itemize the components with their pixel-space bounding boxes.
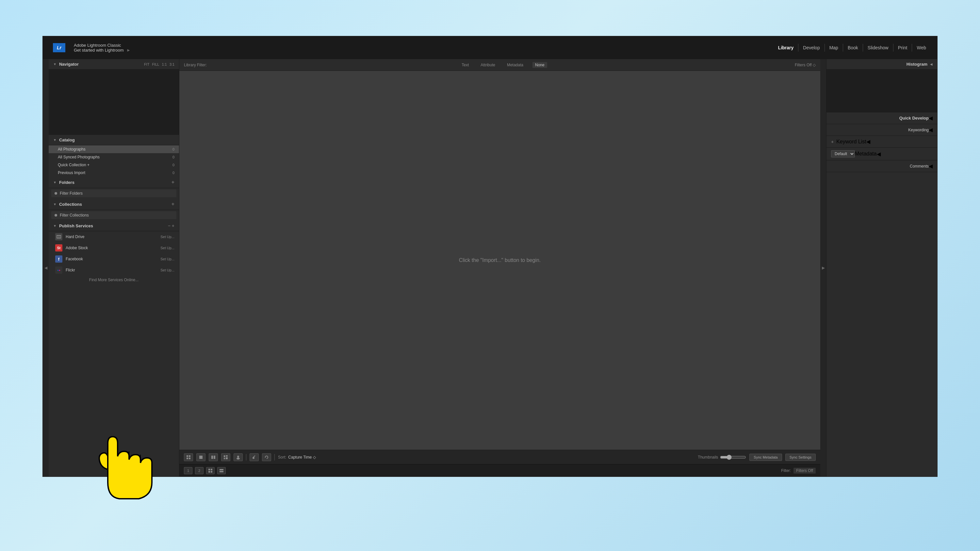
folders-add-button[interactable]: + bbox=[172, 179, 175, 185]
compare-view-button[interactable] bbox=[209, 453, 218, 461]
survey-view-button[interactable] bbox=[221, 453, 230, 461]
all-photographs-count: 0 bbox=[172, 147, 175, 151]
collections-section: ▼ Collections + Filter Collections bbox=[49, 198, 179, 221]
catalog-all-synced[interactable]: All Synced Photographs 0 bbox=[49, 153, 179, 161]
facebook-setup[interactable]: Set Up... bbox=[161, 257, 175, 261]
left-panel-collapse[interactable]: ◀ bbox=[43, 59, 49, 476]
keywording-header[interactable]: Keywording ◀ bbox=[826, 124, 937, 136]
top-bar: Lr Adobe Lightroom Classic Get started w… bbox=[43, 36, 937, 59]
catalog-header[interactable]: ▼ Catalog bbox=[49, 135, 179, 145]
filter-none[interactable]: None bbox=[533, 62, 547, 68]
svg-rect-5 bbox=[189, 457, 191, 459]
lr-logo-box: Lr bbox=[53, 43, 65, 52]
catalog-label: Catalog bbox=[59, 138, 175, 142]
nav-slideshow[interactable]: Slideshow bbox=[863, 44, 893, 52]
strip-btn-1[interactable]: 1 bbox=[184, 467, 192, 474]
nav-1-1[interactable]: 1:1 bbox=[162, 62, 167, 66]
collections-header[interactable]: ▼ Collections + bbox=[49, 198, 179, 210]
publish-triangle: ▼ bbox=[53, 224, 57, 228]
metadata-preset-select[interactable]: Default bbox=[831, 150, 855, 157]
navigator-label: Navigator bbox=[59, 62, 144, 67]
catalog-quick-collection[interactable]: Quick Collection + 0 bbox=[49, 161, 179, 169]
flickr-setup[interactable]: Set Up... bbox=[161, 268, 175, 272]
svg-rect-12 bbox=[226, 457, 228, 459]
facebook-icon: f bbox=[55, 256, 62, 263]
app-title: Adobe Lightroom Classic Get started with… bbox=[74, 43, 130, 52]
collections-add-button[interactable]: + bbox=[172, 201, 175, 207]
strip-btn-2[interactable]: 2 bbox=[195, 467, 204, 474]
catalog-triangle: ▼ bbox=[53, 138, 57, 142]
strip-btn-extra[interactable] bbox=[217, 467, 226, 474]
sort-value[interactable]: Capture Time ◇ bbox=[288, 455, 315, 460]
nav-web[interactable]: Web bbox=[912, 44, 931, 52]
publish-collapse-button[interactable]: − bbox=[168, 223, 170, 228]
quick-collection-label: Quick Collection + bbox=[58, 163, 172, 167]
main-canvas: Click the "Import..." button to begin. bbox=[179, 71, 820, 450]
filter-text[interactable]: Text bbox=[459, 62, 471, 68]
svg-rect-17 bbox=[208, 469, 210, 470]
catalog-all-photographs[interactable]: All Photographs 0 bbox=[49, 145, 179, 153]
nav-fit[interactable]: FIT bbox=[144, 62, 150, 66]
adobe-stock-setup[interactable]: Set Up... bbox=[161, 246, 175, 250]
hard-drive-label: Hard Drive bbox=[66, 235, 161, 239]
sort-control: Sort: Capture Time ◇ bbox=[278, 455, 316, 460]
svg-rect-11 bbox=[224, 458, 225, 459]
nav-library[interactable]: Library bbox=[773, 44, 799, 52]
right-panel-collapse[interactable]: ▶ bbox=[820, 59, 826, 476]
svg-rect-9 bbox=[224, 455, 225, 457]
sort-label: Sort: bbox=[278, 455, 286, 460]
filter-attribute[interactable]: Attribute bbox=[478, 62, 498, 68]
spray-paint-button[interactable] bbox=[250, 453, 259, 461]
navigator-header[interactable]: ▼ Navigator FIT FILL 1:1 3:1 bbox=[49, 59, 179, 70]
comments-triangle: ◀ bbox=[929, 163, 932, 169]
nav-print[interactable]: Print bbox=[893, 44, 912, 52]
thumbnail-size-slider[interactable] bbox=[720, 455, 746, 460]
catalog-previous-import[interactable]: Previous Import 0 bbox=[49, 169, 179, 177]
bottom-strip: 1 2 Filter: Filters Off bbox=[179, 464, 820, 476]
keyword-list-plus[interactable]: + bbox=[831, 139, 834, 144]
filter-options: Text Attribute Metadata None bbox=[212, 62, 795, 68]
folders-header[interactable]: ▼ Folders + bbox=[49, 177, 179, 188]
publish-facebook[interactable]: f Facebook Set Up... bbox=[49, 254, 179, 265]
filter-folders-label: Filter Folders bbox=[60, 191, 83, 195]
quick-develop-header[interactable]: Quick Develop ◀ bbox=[826, 112, 937, 124]
library-filter-label: Library Filter: bbox=[184, 63, 207, 67]
previous-import-count: 0 bbox=[172, 171, 175, 175]
keyword-list-label: Keyword List bbox=[836, 139, 866, 145]
loupe-view-button[interactable] bbox=[196, 453, 205, 461]
filters-off-strip[interactable]: Filters Off bbox=[794, 468, 816, 473]
publish-adobe-stock[interactable]: St Adobe Stock Set Up... bbox=[49, 242, 179, 254]
publish-flickr[interactable]: ●● Flickr Set Up... bbox=[49, 265, 179, 276]
keyword-list-header: + Keyword List ◀ bbox=[826, 136, 937, 148]
filter-collections-row[interactable]: Filter Collections bbox=[51, 211, 177, 219]
catalog-section: ▼ Catalog All Photographs 0 All Synced P… bbox=[49, 135, 179, 177]
app-name: Adobe Lightroom Classic bbox=[74, 43, 121, 48]
people-view-button[interactable] bbox=[234, 453, 243, 461]
publish-hard-drive[interactable]: Hard Drive Set Up... bbox=[49, 231, 179, 242]
publish-services-header[interactable]: ▼ Publish Services − + bbox=[49, 221, 179, 231]
strip-grid[interactable] bbox=[206, 467, 215, 474]
sync-metadata-button[interactable]: Sync Metadata bbox=[749, 454, 782, 461]
adobe-stock-icon: St bbox=[55, 244, 62, 251]
nav-book[interactable]: Book bbox=[843, 44, 863, 52]
hard-drive-setup[interactable]: Set Up... bbox=[161, 235, 175, 239]
grid-view-button[interactable] bbox=[184, 453, 193, 461]
collections-triangle: ▼ bbox=[53, 203, 57, 206]
histogram-area bbox=[826, 70, 937, 112]
nav-fill[interactable]: FILL bbox=[152, 62, 159, 66]
nav-develop[interactable]: Develop bbox=[799, 44, 824, 52]
comments-header[interactable]: Comments ◀ bbox=[826, 160, 937, 172]
svg-rect-22 bbox=[220, 471, 223, 472]
filter-folders-row[interactable]: Filter Folders bbox=[51, 189, 177, 197]
find-more-services[interactable]: Find More Services Online... bbox=[49, 276, 179, 284]
keywording-label: Keywording bbox=[831, 128, 929, 132]
nav-map[interactable]: Map bbox=[825, 44, 843, 52]
rotation-button[interactable] bbox=[262, 453, 271, 461]
publish-add-button[interactable]: + bbox=[172, 223, 175, 228]
sync-settings-button[interactable]: Sync Settings bbox=[785, 454, 816, 461]
nav-3-1[interactable]: 3:1 bbox=[170, 62, 175, 66]
filter-metadata[interactable]: Metadata bbox=[504, 62, 526, 68]
svg-rect-4 bbox=[186, 457, 188, 459]
all-synced-label: All Synced Photographs bbox=[58, 155, 172, 159]
histogram-header[interactable]: Histogram ◀ bbox=[826, 59, 937, 70]
